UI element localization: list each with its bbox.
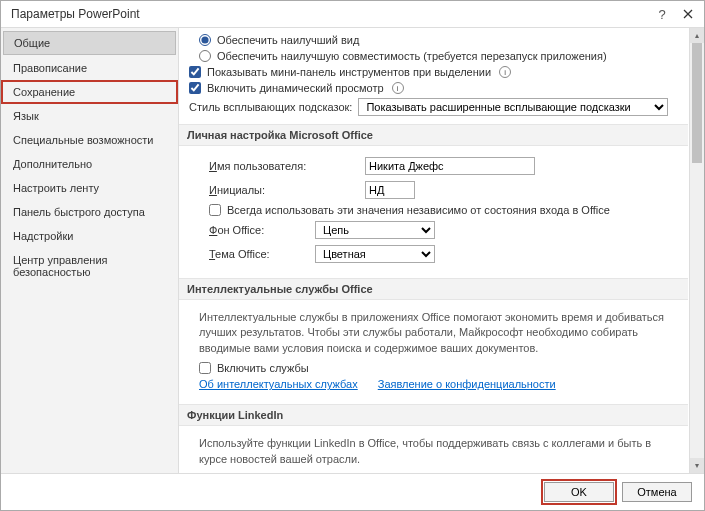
section-header-linkedin: Функции LinkedIn [179,404,688,426]
sidebar-item-ribbon[interactable]: Настроить ленту [1,176,178,200]
scroll-thumb[interactable] [692,43,702,163]
content-pane: ▴ ▾ Обеспечить наилучший вид Обеспечить … [179,28,704,473]
dialog-footer: OK Отмена [1,473,704,510]
sidebar: Общие Правописание Сохранение Язык Специ… [1,28,179,473]
tooltip-style-label: Стиль всплывающих подсказок: [189,101,352,113]
link-about-intel[interactable]: Об интеллектуальных службах [199,378,358,390]
chk-live-preview-label: Включить динамический просмотр [207,82,384,94]
sidebar-item-addins[interactable]: Надстройки [1,224,178,248]
radio-best-compat-label: Обеспечить наилучшую совместимость (треб… [217,50,607,62]
sidebar-item-accessibility[interactable]: Специальные возможности [1,128,178,152]
tooltip-style-select[interactable]: Показывать расширенные всплывающие подск… [358,98,668,116]
sidebar-item-quick-access[interactable]: Панель быстрого доступа [1,200,178,224]
chk-mini-toolbar[interactable] [189,66,201,78]
info-icon[interactable]: i [392,82,404,94]
username-input[interactable] [365,157,535,175]
office-theme-label: Тема Office: [209,248,309,260]
office-bg-label: Фон Office: [209,224,309,236]
section-header-personal: Личная настройка Microsoft Office [179,124,688,146]
office-theme-select[interactable]: Цветная [315,245,435,263]
sidebar-item-proofing[interactable]: Правописание [1,56,178,80]
window-title: Параметры PowerPoint [11,7,140,21]
chk-live-preview[interactable] [189,82,201,94]
chk-enable-services-label: Включить службы [217,362,309,374]
intel-desc: Интеллектуальные службы в приложениях Of… [199,308,676,360]
help-icon[interactable]: ? [656,8,668,20]
initials-label: Инициалы: [209,184,359,196]
chk-mini-toolbar-label: Показывать мини-панель инструментов при … [207,66,491,78]
options-dialog: Параметры PowerPoint ? Общие Правописани… [0,0,705,511]
close-icon[interactable] [682,8,694,20]
titlebar: Параметры PowerPoint ? [1,1,704,28]
linkedin-desc: Используйте функции LinkedIn в Office, ч… [199,434,676,471]
sidebar-item-advanced[interactable]: Дополнительно [1,152,178,176]
radio-best-compat[interactable] [199,50,211,62]
radio-best-view-label: Обеспечить наилучший вид [217,34,359,46]
scroll-up-icon[interactable]: ▴ [690,28,704,43]
radio-best-view[interactable] [199,34,211,46]
sidebar-item-general[interactable]: Общие [3,31,176,55]
scrollbar[interactable]: ▴ ▾ [689,28,704,473]
sidebar-item-trust-center[interactable]: Центр управления безопасностью [1,248,178,284]
scroll-down-icon[interactable]: ▾ [690,458,704,473]
chk-always-use-label: Всегда использовать эти значения независ… [227,204,610,216]
sidebar-item-save[interactable]: Сохранение [1,80,178,104]
ok-button[interactable]: OK [544,482,614,502]
info-icon[interactable]: i [499,66,511,78]
link-privacy[interactable]: Заявление о конфиденциальности [378,378,556,390]
username-label: Имя пользователя: [209,160,359,172]
chk-always-use[interactable] [209,204,221,216]
office-bg-select[interactable]: Цепь [315,221,435,239]
cancel-button[interactable]: Отмена [622,482,692,502]
chk-enable-services[interactable] [199,362,211,374]
sidebar-item-language[interactable]: Язык [1,104,178,128]
section-header-intel: Интеллектуальные службы Office [179,278,688,300]
initials-input[interactable] [365,181,415,199]
